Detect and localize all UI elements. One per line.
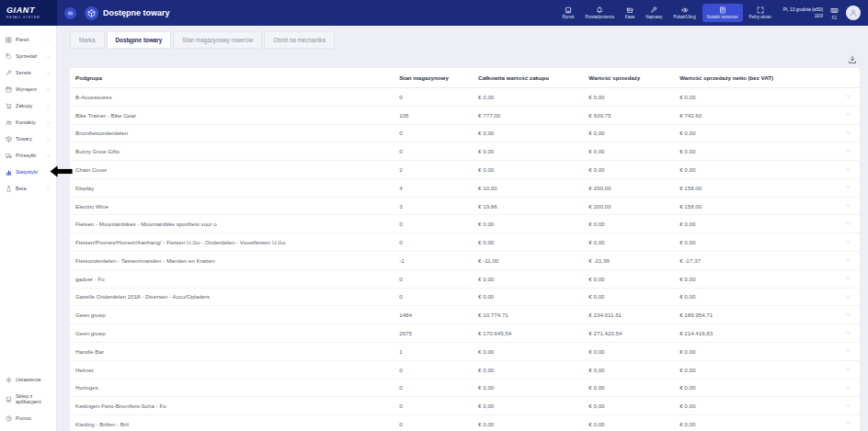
user-avatar[interactable] <box>846 6 861 20</box>
row-expand-button[interactable] <box>820 415 860 431</box>
chevron-down-icon <box>46 38 51 42</box>
download-icon <box>848 55 857 64</box>
download-button[interactable] <box>848 55 857 64</box>
table-row[interactable]: Bike Trainer - Bike Gear105€ 777,00€ 939… <box>70 106 860 124</box>
row-expand-button[interactable] <box>820 215 860 233</box>
table-row[interactable]: Handle Bar1€ 0,00€ 0,00€ 0,00 <box>70 342 860 360</box>
header-nav-powiadomienia[interactable]: Powiadomienia <box>581 4 619 22</box>
row-expand-button[interactable] <box>820 306 860 324</box>
table-cell: Handle Bar <box>70 342 394 360</box>
sidebar-item-sprzedaz[interactable]: Sprzedaż <box>0 48 56 64</box>
sidebar-toggle-button[interactable] <box>64 7 76 19</box>
row-expand-button[interactable] <box>820 379 860 397</box>
sidebar-item-towary[interactable]: Towary <box>0 130 56 147</box>
table-row[interactable]: Horloges0€ 0,00€ 0,00€ 0,00 <box>70 379 860 397</box>
sidebar-item-ustawienia[interactable]: Ustawienia <box>0 371 56 388</box>
sidebar-item-sklep-z-aplikacjami[interactable]: Sklep z aplikacjami <box>0 388 56 410</box>
header-nav-notatki-tekstowe[interactable]: Notatki tekstowe <box>702 4 743 22</box>
table-toolbar <box>70 53 860 68</box>
tab-stan-magazynowy-rowerow[interactable]: Stan magazynowy rowerów <box>173 31 262 49</box>
chevron-down-icon <box>845 239 851 245</box>
header-nav-pelny-ekran[interactable]: Pełny ekran <box>745 4 776 22</box>
table-row[interactable]: Display4€ 10,00€ 200,00€ 158,00 <box>70 178 860 197</box>
table-row[interactable]: gadver - Fo0€ 0,00€ 0,00€ 0,00 <box>70 269 860 288</box>
table-cell: € 0,00 <box>473 233 583 252</box>
row-expand-button[interactable] <box>820 161 860 179</box>
table-row[interactable]: Chain Cover2€ 0,00€ 0,00€ 0,00 <box>70 161 860 179</box>
column-header[interactable]: Podgrupa <box>70 68 394 88</box>
row-expand-button[interactable] <box>820 233 860 252</box>
tab-obrot-na-mechanika[interactable]: Obrót na mechanika <box>264 31 335 49</box>
sidebar-item-pomoc[interactable]: Pomoc <box>0 410 56 426</box>
sidebar-item-panel[interactable]: Panel <box>0 31 56 48</box>
chevron-down-icon <box>845 148 851 154</box>
page-title-group: Dostępne towary <box>85 6 170 20</box>
wrench-icon <box>6 70 12 76</box>
sidebar-item-zakupy[interactable]: Zakupy <box>0 97 56 114</box>
row-expand-button[interactable] <box>820 197 860 215</box>
row-expand-button[interactable] <box>820 252 860 270</box>
sidebar-item-wynajem[interactable]: Wynajem <box>0 81 56 97</box>
table-row[interactable]: Geen groep1484€ 10.774,71€ 234.011,61€ 1… <box>70 306 860 324</box>
column-header[interactable]: Wartość sprzedaży <box>583 68 674 88</box>
store-icon <box>6 396 12 403</box>
column-header[interactable]: Wartość sprzedaży netto (bez VAT) <box>674 68 820 88</box>
tab-marka[interactable]: Marka <box>70 31 105 49</box>
chevron-down-icon <box>845 420 851 426</box>
row-expand-button[interactable] <box>820 342 860 360</box>
chevron-down-icon <box>46 54 51 59</box>
table-row[interactable]: Helmet0€ 0,00€ 0,00€ 0,00 <box>70 360 860 379</box>
row-expand-button[interactable] <box>820 324 860 343</box>
row-expand-button[interactable] <box>820 360 860 379</box>
table-cell: 1 <box>394 342 473 360</box>
header-nav-kasa[interactable]: Kasa <box>621 4 639 22</box>
table-cell: € 271.420,54 <box>583 324 674 343</box>
table-row[interactable]: Fietsen - Mountainbikes - Mountainbike s… <box>70 215 860 233</box>
sidebar-item-kontakty[interactable]: Kontakty <box>0 114 56 130</box>
row-expand-button[interactable] <box>820 124 860 142</box>
table-cell: € 0,00 <box>674 215 820 233</box>
header-nav-rynek[interactable]: Rynek <box>558 4 579 22</box>
table-header-row: PodgrupaStan magazynowyCałkowita wartość… <box>70 68 860 88</box>
sidebar-item-przesylki[interactable]: Przesyłki <box>0 147 56 164</box>
column-header[interactable]: Całkowita wartość zakupu <box>473 68 583 88</box>
table-cell: € 0,00 <box>473 269 583 288</box>
table-cell: € 0,00 <box>674 124 820 142</box>
shortcut-f2-button[interactable]: F2 <box>830 6 839 20</box>
table-cell: gadver - Fo <box>70 269 394 288</box>
table-cell: € 200,00 <box>583 197 674 215</box>
table-cell: € 0,00 <box>583 415 674 431</box>
row-expand-button[interactable] <box>820 397 860 415</box>
row-expand-button[interactable] <box>820 269 860 288</box>
header-nav-pokaz-ukryj[interactable]: Pokaż/Ukryj <box>668 4 701 22</box>
data-table: PodgrupaStan magazynowyCałkowita wartość… <box>70 68 860 431</box>
tab-dostepne-towary[interactable]: Dostępne towary <box>107 31 172 49</box>
table-cell: € 0,00 <box>583 379 674 397</box>
table-row[interactable]: Buzzy Grow Gifts0€ 0,00€ 0,00€ 0,00 <box>70 142 860 161</box>
table-cell: 0 <box>394 415 473 431</box>
sidebar-item-serwis[interactable]: Serwis <box>0 64 56 81</box>
table-row[interactable]: Gazelle Onderdelen 2018 - Diversen - Acc… <box>70 288 860 306</box>
row-expand-button[interactable] <box>820 106 860 124</box>
sidebar-item-beta[interactable]: Beta <box>0 180 56 197</box>
table-row[interactable]: Electric Wine3€ 19,86€ 200,00€ 158,00 <box>70 197 860 215</box>
table-row[interactable]: Geen groep2675€ 170.645,54€ 271.420,54€ … <box>70 324 860 343</box>
chevron-down-icon <box>46 54 51 59</box>
row-expand-button[interactable] <box>820 142 860 161</box>
row-expand-button[interactable] <box>820 288 860 306</box>
table-row[interactable]: Fietsonderdelen - Tassen/manden - Manden… <box>70 252 860 270</box>
table-row[interactable]: B-Accessoires0€ 0,00€ 0,00€ 0,00 <box>70 88 860 107</box>
table-row[interactable]: Kettingen-Fiets-Bromfiets-Scha - Fo0€ 0,… <box>70 397 860 415</box>
sidebar-item-statystyki[interactable]: Statystyki <box>0 164 56 180</box>
column-header[interactable]: Stan magazynowy <box>394 68 473 88</box>
table-row[interactable]: Bromfietsonderdelen0€ 0,00€ 0,00€ 0,00 <box>70 124 860 142</box>
sidebar-menu: PanelSprzedażSerwisWynajemZakupyKontakty… <box>0 31 56 197</box>
table-row[interactable]: Fietsen/Promes/Hometr/Aanhang/ - Fietsen… <box>70 233 860 252</box>
shortcut-label: F2 <box>832 16 837 20</box>
table-row[interactable]: Kleding - Brillen - Bril0€ 0,00€ 0,00€ 0… <box>70 415 860 431</box>
row-expand-button[interactable] <box>820 88 860 107</box>
header-nav-naprawy[interactable]: Naprawy <box>641 4 667 22</box>
table-cell: € 0,00 <box>674 415 820 431</box>
row-expand-button[interactable] <box>820 178 860 197</box>
menu-icon <box>67 10 74 17</box>
